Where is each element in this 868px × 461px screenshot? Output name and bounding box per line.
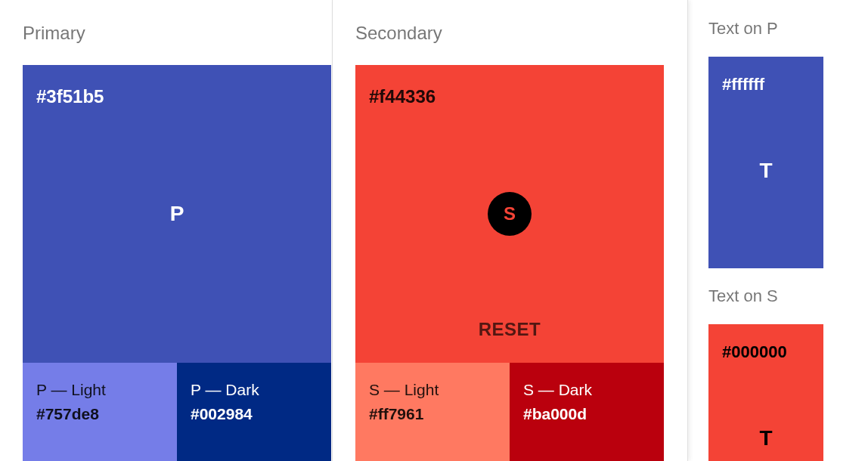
secondary-fab-label: S — [504, 203, 516, 224]
reset-button[interactable]: RESET — [479, 319, 541, 340]
text-on-p-hex: #ffffff — [722, 75, 764, 94]
primary-subrow: P — Light #757de8 P — Dark #002984 — [23, 363, 331, 461]
secondary-light-swatch[interactable]: S — Light #ff7961 — [355, 363, 510, 461]
primary-dark-hex: #002984 — [191, 405, 318, 423]
secondary-light-hex: #ff7961 — [369, 405, 496, 423]
primary-light-swatch[interactable]: P — Light #757de8 — [23, 363, 177, 461]
text-on-p-title: Text on P — [708, 19, 868, 39]
secondary-dark-swatch[interactable]: S — Dark #ba000d — [510, 363, 664, 461]
secondary-dark-hex: #ba000d — [523, 405, 650, 423]
secondary-column: Secondary #f44336 S RESET S — Light #ff7… — [333, 0, 688, 461]
secondary-title: Secondary — [355, 23, 687, 44]
primary-column: Primary #3f51b5 P P — Light #757de8 P — … — [0, 0, 333, 461]
text-on-s-title: Text on S — [708, 286, 868, 306]
primary-title: Primary — [23, 23, 332, 44]
secondary-hex: #f44336 — [369, 86, 436, 107]
secondary-fab-button[interactable]: S — [488, 192, 532, 236]
text-on-s-swatch[interactable]: #000000 T — [708, 324, 823, 461]
text-on-s-center: T — [759, 426, 772, 450]
primary-swatch[interactable]: #3f51b5 P — [23, 65, 331, 363]
text-on-p-center: T — [759, 159, 772, 183]
text-on-p-swatch[interactable]: #ffffff T — [708, 57, 823, 268]
primary-center-label: P — [170, 202, 184, 226]
secondary-subrow: S — Light #ff7961 S — Dark #ba000d — [355, 363, 664, 461]
primary-hex: #3f51b5 — [36, 86, 104, 107]
secondary-dark-label: S — Dark — [523, 381, 650, 399]
primary-light-hex: #757de8 — [36, 405, 163, 423]
secondary-swatch[interactable]: #f44336 S RESET — [355, 65, 664, 363]
primary-dark-label: P — Dark — [191, 381, 318, 399]
sidebar-column: Text on P #ffffff T Text on S #000000 T — [688, 0, 868, 461]
primary-dark-swatch[interactable]: P — Dark #002984 — [177, 363, 331, 461]
text-on-s-section: Text on S #000000 T — [708, 286, 868, 461]
text-on-p-section: Text on P #ffffff T — [708, 19, 868, 268]
secondary-light-label: S — Light — [369, 381, 496, 399]
primary-light-label: P — Light — [36, 381, 163, 399]
text-on-s-hex: #000000 — [722, 342, 787, 362]
